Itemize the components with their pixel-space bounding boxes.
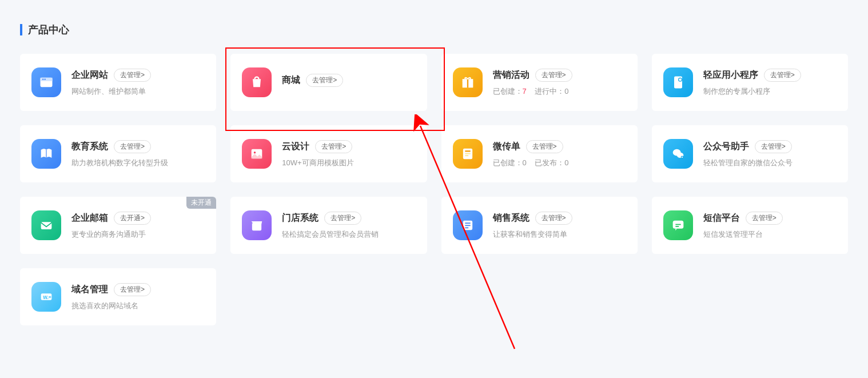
- manage-button[interactable]: 去管理>: [114, 140, 151, 153]
- card-title: 企业邮箱: [71, 212, 108, 224]
- svg-text:W.=: W.=: [43, 295, 51, 300]
- card-desc: 更专业的商务沟通助手: [71, 229, 205, 240]
- product-grid: 企业网站 去管理> 网站制作、维护都简单 商城 去管理>: [20, 54, 848, 325]
- card-marketing[interactable]: 营销活动 去管理> 已创建：7 进行中：0: [441, 54, 638, 111]
- card-title: 微传单: [493, 141, 520, 153]
- open-button[interactable]: 去开通>: [114, 212, 151, 225]
- card-desc: 短信发送管理平台: [703, 229, 837, 240]
- svg-point-2: [42, 79, 43, 80]
- card-title: 教育系统: [71, 141, 108, 153]
- card-desc: 轻松管理自家的微信公众号: [703, 158, 837, 168]
- gift-icon: [453, 67, 483, 97]
- manage-button[interactable]: 去管理>: [324, 212, 361, 225]
- section-title-text: 产品中心: [28, 23, 69, 37]
- card-desc: 制作您的专属小程序: [703, 86, 837, 97]
- manage-button[interactable]: 去管理>: [315, 140, 352, 153]
- card-flyer[interactable]: 微传单 去管理> 已创建：0 已发布：0: [441, 125, 638, 182]
- stat-created-label: 已创建：: [493, 158, 523, 167]
- not-opened-badge: 未开通: [186, 197, 216, 209]
- shopping-bag-icon: [242, 67, 272, 97]
- svg-rect-1: [41, 78, 53, 81]
- card-title: 短信平台: [703, 212, 740, 224]
- svg-rect-6: [467, 79, 468, 87]
- card-cloud-design[interactable]: 云设计 去管理> 10W+可商用模板图片: [230, 125, 427, 182]
- card-title: 商城: [282, 74, 300, 86]
- stat-published-value: 0: [564, 158, 568, 167]
- card-enterprise-mail[interactable]: 未开通 企业邮箱 去开通> 更专业的商务沟通助手: [20, 197, 216, 254]
- card-stats: 已创建：0 已发布：0: [493, 158, 626, 168]
- list-icon: [453, 210, 483, 240]
- card-title: 销售系统: [493, 212, 529, 224]
- svg-rect-25: [675, 224, 680, 225]
- card-title: 域名管理: [71, 284, 108, 296]
- svg-rect-19: [41, 222, 52, 229]
- card-wechat-assistant[interactable]: 公众号助手 去管理> 轻松管理自家的微信公众号: [652, 125, 848, 182]
- manage-button[interactable]: 去管理>: [755, 140, 792, 153]
- manage-button[interactable]: 去管理>: [526, 140, 563, 153]
- card-education[interactable]: 教育系统 去管理> 助力教培机构数字化转型升级: [20, 125, 216, 182]
- stat-progress-label: 进行中：: [535, 87, 564, 96]
- svg-rect-15: [465, 155, 468, 156]
- stat-created-value: 0: [523, 158, 527, 167]
- browser-icon: [31, 67, 61, 97]
- card-desc: 10W+可商用模板图片: [282, 158, 415, 168]
- card-title: 公众号助手: [703, 141, 749, 153]
- card-desc: 网站制作、维护都简单: [71, 86, 205, 97]
- card-title: 轻应用小程序: [703, 69, 758, 81]
- svg-rect-26: [675, 226, 679, 227]
- manage-button[interactable]: 去管理>: [306, 74, 343, 87]
- card-store-system[interactable]: 门店系统 去管理> 轻松搞定会员管理和会员营销: [230, 197, 427, 254]
- card-sales-system[interactable]: 销售系统 去管理> 让获客和销售变得简单: [441, 197, 638, 254]
- title-accent-bar: [20, 24, 22, 35]
- card-title: 营销活动: [493, 69, 529, 81]
- card-stats: 已创建：7 进行中：0: [493, 86, 626, 97]
- card-desc: 轻松搞定会员管理和会员营销: [282, 229, 415, 240]
- mail-icon: [31, 210, 61, 240]
- stat-created-value: 7: [523, 87, 527, 96]
- book-icon: [31, 139, 61, 169]
- card-desc: 让获客和销售变得简单: [493, 229, 626, 240]
- stat-published-label: 已发布：: [535, 158, 564, 167]
- chat-icon: [663, 210, 693, 240]
- card-enterprise-site[interactable]: 企业网站 去管理> 网站制作、维护都简单: [20, 54, 216, 111]
- card-miniapp[interactable]: 轻应用小程序 去管理> 制作您的专属小程序: [652, 54, 848, 111]
- document-icon: [453, 139, 483, 169]
- manage-button[interactable]: 去管理>: [764, 69, 801, 82]
- svg-point-11: [254, 152, 256, 154]
- card-title: 企业网站: [71, 69, 108, 81]
- svg-rect-23: [465, 228, 468, 229]
- stat-progress-value: 0: [564, 87, 568, 96]
- store-icon: [242, 210, 272, 240]
- svg-rect-13: [465, 150, 470, 152]
- manage-button[interactable]: 去管理>: [535, 212, 572, 225]
- svg-rect-14: [465, 153, 470, 154]
- svg-rect-22: [465, 225, 470, 226]
- svg-point-3: [45, 79, 46, 80]
- card-title: 云设计: [282, 141, 309, 153]
- card-title: 门店系统: [282, 212, 318, 224]
- stat-created-label: 已创建：: [493, 87, 523, 96]
- svg-rect-21: [465, 222, 470, 224]
- card-desc: 挑选喜欢的网站域名: [71, 301, 205, 311]
- image-icon: [242, 139, 272, 169]
- wechat-icon: [663, 139, 693, 169]
- manage-button[interactable]: 去管理>: [114, 69, 151, 82]
- section-title: 产品中心: [20, 23, 848, 37]
- domain-icon: W.=: [31, 282, 61, 312]
- card-sms-platform[interactable]: 短信平台 去管理> 短信发送管理平台: [652, 197, 848, 254]
- card-domain-management[interactable]: W.= 域名管理 去管理> 挑选喜欢的网站域名: [20, 268, 216, 325]
- card-desc: 助力教培机构数字化转型升级: [71, 158, 205, 168]
- miniapp-icon: [663, 67, 693, 97]
- card-mall[interactable]: 商城 去管理>: [230, 54, 427, 111]
- manage-button[interactable]: 去管理>: [535, 69, 572, 82]
- manage-button[interactable]: 去管理>: [746, 212, 783, 225]
- manage-button[interactable]: 去管理>: [114, 283, 151, 296]
